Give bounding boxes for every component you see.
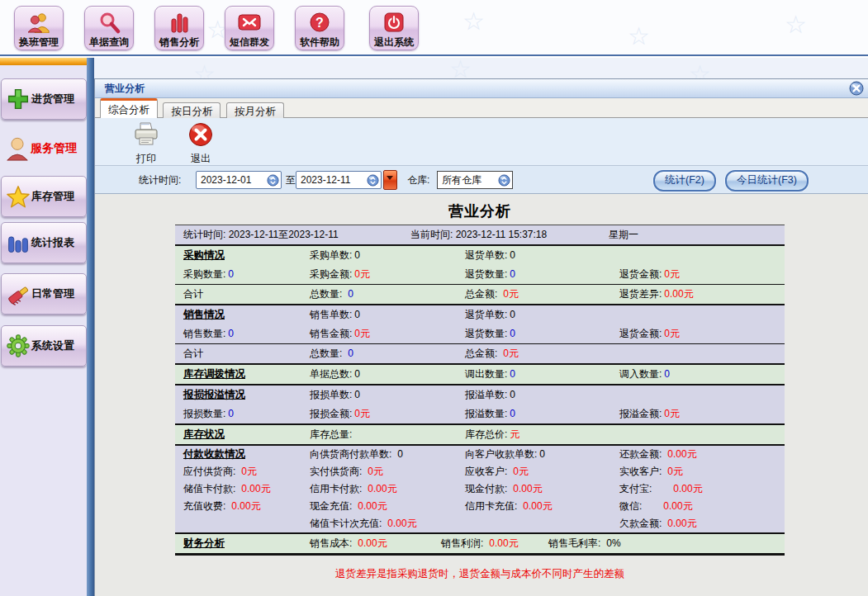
sms-broadcast-button[interactable]: 短信群发 xyxy=(225,6,274,50)
report-cell: 调出数量:0 xyxy=(465,365,515,384)
report-header-row: 统计时间: 2023-12-11至2023-12-11当前时间: 2023-12… xyxy=(175,225,785,244)
report-cell: 应收客户:0元 xyxy=(465,463,529,480)
stat-f2-button[interactable]: 统计(F2) xyxy=(653,170,716,192)
sidebar-item-settings[interactable]: 系统设置 xyxy=(1,325,87,367)
print-button[interactable]: 打印 xyxy=(123,121,169,163)
section-title: 报损报溢情况 xyxy=(183,386,245,404)
report-cell: 报溢数量:0 xyxy=(465,404,515,423)
section-title: 库存状况 xyxy=(183,425,225,444)
exit-cross-icon xyxy=(187,121,214,151)
report-area: 营业分析 统计时间: 2023-12-11至2023-12-11当前时间: 20… xyxy=(95,194,868,596)
report-cell: 采购数量:0 xyxy=(183,265,234,284)
report-row: 统计时间: 2023-12-11至2023-12-11当前时间: 2023-12… xyxy=(175,225,785,244)
report-row: 库存状况库存总量:库存总价:元 xyxy=(175,425,785,444)
report-section: 销售情况销售单数:0退货单数:0销售数量:0销售金额:0元退货数量:0退货金额:… xyxy=(175,304,785,363)
warehouse-select[interactable]: 所有仓库 xyxy=(437,171,513,189)
sales-analysis-button[interactable]: 销售分析 xyxy=(154,6,204,50)
shift-management-button[interactable]: 换班管理 xyxy=(14,6,64,50)
bar-chart-icon xyxy=(168,10,191,35)
decor-star: ☆ xyxy=(785,10,807,39)
sms-icon xyxy=(237,10,262,35)
report-cell: 储值卡计次充值:0.00元 xyxy=(310,515,417,532)
section-title: 付款收款情况 xyxy=(183,446,245,463)
close-icon[interactable] xyxy=(849,81,864,96)
report-cell: 应付供货商:0元 xyxy=(183,463,257,480)
date-from-value: 2023-12-01 xyxy=(197,174,267,186)
software-help-button[interactable]: ? 软件帮助 xyxy=(295,6,344,50)
tab-daily-analysis[interactable]: 按日分析 xyxy=(163,102,221,120)
report-row: 财务分析销售成本:0.00元销售利润:0.00元销售毛利率:0% xyxy=(175,534,785,553)
report-row: 采购情况采购单数:0退货单数:0 xyxy=(175,246,785,265)
section-title: 采购情况 xyxy=(183,246,225,265)
report-cell: 采购单数:0 xyxy=(310,246,360,265)
report-cell: 实收客户:0元 xyxy=(619,463,683,480)
decor-star: ☆ xyxy=(628,21,650,50)
report-section: 报损报溢情况报损单数:0报溢单数:0报损数量:0报损金额:0元报溢数量:0报溢金… xyxy=(175,384,785,423)
report-row: 应付供货商:0元实付供货商:0元应收客户:0元实收客户:0元 xyxy=(175,463,785,480)
today-stat-f3-button[interactable]: 今日统计(F3) xyxy=(725,170,809,192)
report-row: 储值卡付款:0.00元信用卡付款:0.00元现金付款:0.00元支付宝:0.00… xyxy=(175,480,785,498)
report-cell: 销售利润:0.00元 xyxy=(441,534,519,553)
spinner-icon[interactable] xyxy=(367,174,379,187)
date-dropdown-button[interactable] xyxy=(383,170,397,190)
tab-summary-analysis[interactable]: 综合分析 xyxy=(100,98,158,120)
person-icon xyxy=(4,135,31,163)
report-row: 报损报溢情况报损单数:0报溢单数:0 xyxy=(175,386,785,404)
report-row: 销售数量:0销售金额:0元退货数量:0退货金额:0元 xyxy=(175,324,785,343)
print-label: 打印 xyxy=(136,152,156,166)
report-cell: 报损单数:0 xyxy=(310,386,360,404)
date-from-input[interactable]: 2023-12-01 xyxy=(196,171,282,189)
report-row: 合计总数量:0总金额:0元 xyxy=(175,343,785,363)
report-cell: 信用卡付款:0.00元 xyxy=(310,480,397,498)
tab-monthly-analysis[interactable]: 按月分析 xyxy=(226,102,284,120)
section-title: 销售情况 xyxy=(183,305,225,324)
analysis-tabbar: 综合分析 按日分析 按月分析 xyxy=(95,98,868,118)
report-cell: 星期一 xyxy=(609,225,638,244)
sidebar-item-service[interactable]: 服务管理 xyxy=(1,126,85,171)
sidebar-item-purchase[interactable]: 进货管理 xyxy=(1,78,87,120)
report-cell: 合计 xyxy=(183,344,203,363)
report-cell: 还款金额:0.00元 xyxy=(619,446,697,463)
report-section: 付款收款情况向供货商付款单数:0向客户收款单数:0还款金额:0.00元应付供货商… xyxy=(175,444,785,532)
spinner-icon[interactable] xyxy=(267,174,279,187)
help-icon: ? xyxy=(309,10,330,35)
to-label: 至 xyxy=(286,173,296,187)
people-icon xyxy=(26,10,51,35)
spinner-icon[interactable] xyxy=(498,174,510,187)
report-cell: 信用卡充值:0.00元 xyxy=(465,498,553,515)
printer-icon xyxy=(132,121,160,151)
report-cell: 向供货商付款单数:0 xyxy=(310,446,403,463)
report-cell: 报损数量:0 xyxy=(183,404,234,423)
date-to-input[interactable]: 2023-12-11 xyxy=(296,171,382,189)
star-icon xyxy=(5,184,31,209)
business-analysis-window: 营业分析 综合分析 按日分析 按月分析 xyxy=(94,78,868,596)
plus-icon xyxy=(5,88,31,111)
document-query-button[interactable]: 单据查询 xyxy=(84,6,134,50)
report-cell: 微信:0.00元 xyxy=(619,498,693,515)
report-cell: 销售单数:0 xyxy=(310,305,360,324)
sidebar-item-inventory[interactable]: 库存管理 xyxy=(1,176,87,217)
stats-bars-icon xyxy=(5,231,31,254)
sidebar-item-label: 日常管理 xyxy=(31,286,74,301)
power-icon xyxy=(383,10,405,35)
button-label: 短信群发 xyxy=(230,35,269,50)
exit-button[interactable]: 退出 xyxy=(178,121,224,163)
report-cell: 报溢单数:0 xyxy=(465,386,515,404)
report-section: 财务分析销售成本:0.00元销售利润:0.00元销售毛利率:0% xyxy=(175,532,785,553)
sidebar: 进货管理 服务管理 库存管理 xyxy=(0,65,87,596)
filter-bar: 统计时间: 2023-12-01 至 2023-12-11 xyxy=(95,166,868,194)
sidebar-item-daily[interactable]: 日常管理 xyxy=(1,273,87,315)
sidebar-item-reports[interactable]: 统计报表 xyxy=(1,222,87,263)
exit-system-button[interactable]: 退出系统 xyxy=(369,6,419,50)
warehouse-label: 仓库: xyxy=(407,173,429,187)
report-cell: 总金额:0元 xyxy=(465,285,519,304)
report-cell: 现金付款:0.00元 xyxy=(465,480,543,498)
report-cell: 报溢金额:0元 xyxy=(619,404,680,423)
button-label: 销售分析 xyxy=(159,35,199,50)
report-cell: 向客户收款单数:0 xyxy=(465,446,545,463)
report-footnote: 退货差异是指采购退货时，退货金额与成本价不同时产生的差额 xyxy=(175,567,785,581)
sidebar-item-label: 服务管理 xyxy=(31,141,77,156)
report-cell: 总数量:0 xyxy=(310,344,353,363)
report-section: 采购情况采购单数:0退货单数:0采购数量:0采购金额:0元退货数量:0退货金额:… xyxy=(175,244,785,304)
window-toolbar: 打印 退出 xyxy=(95,118,868,166)
